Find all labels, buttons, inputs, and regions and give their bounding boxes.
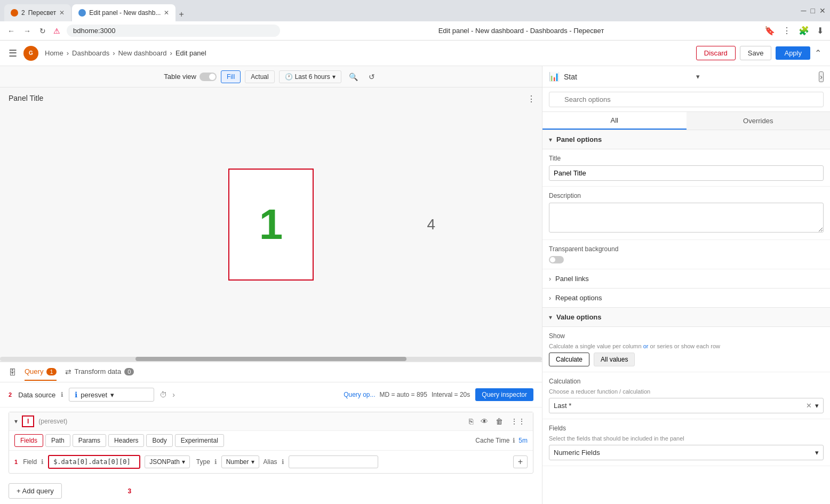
tab-overrides[interactable]: Overrides [687,112,831,130]
time-range-button[interactable]: 🕐 Last 6 hours ▾ [279,70,341,83]
type-chevron-icon: ▾ [251,458,254,466]
calculation-clear-icon[interactable]: ✕ [806,402,812,410]
description-option-row: Description [542,187,830,240]
panel-options-section-header[interactable]: ▾ Panel options [542,130,830,149]
description-option-label: Description [549,192,824,199]
query-drag-button[interactable]: ⋮⋮ [508,416,528,427]
datasource-help-icon[interactable]: ℹ [61,391,63,398]
breadcrumb-dashboards[interactable]: Dashboards [72,49,109,57]
win-close-icon[interactable]: ✕ [819,6,826,15]
repeat-options-header[interactable]: › Repeat options [542,289,830,307]
add-query-button[interactable]: + Add query [9,483,62,499]
cache-time-help-icon[interactable]: ℹ [513,437,515,444]
headers-tab[interactable]: Headers [108,434,144,447]
actual-button[interactable]: Actual [245,70,274,83]
query-collapse-arrow[interactable]: ▾ [14,418,18,425]
collapse-icon[interactable]: ⌃ [815,48,821,58]
panel-more-button[interactable]: ⋮ [527,94,536,104]
back-button[interactable]: ← [4,25,18,37]
query-copy-button[interactable]: ⎘ [467,416,475,427]
query-inspector-button[interactable]: Query inspector [475,388,533,401]
datasource-row: 2 Data source ℹ ℹ peresvet ▾ ⏱ › Query o… [0,382,542,407]
breadcrumb-home[interactable]: Home [45,49,63,57]
transparent-bg-toggle[interactable] [549,256,564,263]
field-input[interactable] [48,455,140,469]
title-input[interactable] [549,165,824,181]
scroll-thumb [135,357,406,361]
query-op-link[interactable]: Query op... [344,391,375,398]
more-options-button[interactable]: ⋮ [780,23,793,38]
datasource-value: peresvet [81,391,107,399]
body-tab[interactable]: Body [146,434,172,447]
right-panel-content: ▾ Panel options Title document.querySele… [542,130,830,504]
tab-peresvet[interactable]: 2 Пересвет ✕ [4,4,71,21]
tab-edit-panel[interactable]: Edit panel - New dashb... ✕ [72,4,175,21]
download-button[interactable]: ⬇ [815,23,826,38]
tab-all[interactable]: All [542,112,687,130]
bookmark-button[interactable]: 🔖 [762,23,777,38]
type-help-icon[interactable]: ℹ [214,458,217,466]
right-panel-expand-button[interactable]: › [819,71,824,82]
interval-info: Interval = 20s [432,391,470,398]
fields-select[interactable]: Numeric Fields ▾ [549,445,824,460]
tab-query-label: Query [25,367,43,375]
address-input[interactable] [67,25,280,37]
alias-input[interactable] [289,455,378,468]
calculate-button[interactable]: Calculate [549,353,589,366]
discard-button[interactable]: Discard [696,46,736,60]
show-description: Calculate a single value per column or o… [549,343,824,349]
all-values-button[interactable]: All values [594,353,635,366]
extensions-button[interactable]: 🧩 [796,23,811,38]
calculation-select[interactable]: Last * ✕ ▾ [549,398,824,413]
transparent-bg-row: Transparent background [542,240,830,269]
jsonpath-select[interactable]: JSONPath ▾ [145,455,190,468]
value-options-section-header[interactable]: ▾ Value options [542,308,830,327]
table-view-knob [209,74,216,80]
fields-option-label: Fields [549,425,824,432]
breadcrumb-current: Edit panel [175,49,206,57]
win-maximize-icon[interactable]: □ [811,6,815,15]
apply-button[interactable]: Apply [776,46,810,60]
datasource-settings-button[interactable]: ⏱ [159,390,167,399]
show-desc-link[interactable]: or [643,343,650,349]
hamburger-button[interactable]: ☰ [9,47,17,59]
zoom-out-button[interactable]: 🔍 [346,70,361,83]
query-id-box[interactable]: I [22,415,34,427]
options-search-input[interactable] [549,92,824,107]
scroll-bar[interactable] [0,357,542,361]
query-delete-button[interactable]: 🗑 [493,416,505,427]
calculation-chevron-icon[interactable]: ▾ [815,402,819,410]
panel-type-dropdown[interactable]: ▾ [696,73,700,81]
add-field-button[interactable]: + [513,455,528,468]
save-button[interactable]: Save [740,46,772,60]
new-tab-button[interactable]: + [177,7,186,21]
forward-button[interactable]: → [20,25,34,37]
add-query-row: + Add query 3 [0,478,542,504]
query-toggle-button[interactable]: 👁 [478,416,490,427]
field-help-icon[interactable]: ℹ [41,458,44,466]
params-tab[interactable]: Params [73,434,106,447]
red-label-1: 1 [14,459,18,465]
tab-transform-data[interactable]: ⇄ Transform data 0 [65,363,134,381]
breadcrumb-sep3: › [170,49,172,57]
tab-query[interactable]: Query 1 [25,363,57,381]
refresh-button[interactable]: ↺ [365,70,378,83]
tab2-close[interactable]: ✕ [164,9,169,17]
path-tab[interactable]: Path [45,434,70,447]
panel-title-bar: Panel Title [9,94,43,102]
win-minimize-icon[interactable]: ─ [801,6,807,15]
breadcrumb-new-dashboard[interactable]: New dashboard [118,49,166,57]
description-textarea[interactable] [549,203,824,233]
red-label-3: 3 [127,487,131,495]
alias-help-icon[interactable]: ℹ [282,458,284,466]
tab1-close[interactable]: ✕ [59,9,65,17]
query-tabs-bar: 🗄 Query 1 ⇄ Transform data 0 [0,362,542,382]
table-view-switch[interactable] [199,73,217,81]
type-select[interactable]: Number ▾ [221,455,259,468]
fill-button[interactable]: Fill [221,70,241,83]
fields-tab[interactable]: Fields [14,434,43,447]
panel-links-header[interactable]: › Panel links [542,269,830,288]
experimental-tab[interactable]: Experimental [175,434,224,447]
reload-button[interactable]: ↻ [36,25,49,37]
datasource-select[interactable]: ℹ peresvet ▾ [69,388,154,402]
